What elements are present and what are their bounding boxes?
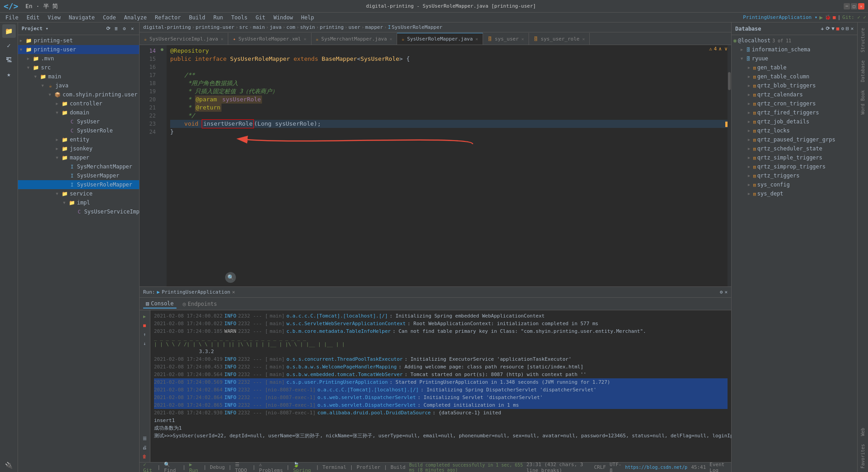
filter-button[interactable]: ☰ (140, 434, 149, 442)
structure-tab[interactable]: Structure (859, 24, 866, 56)
restart-button[interactable]: ▶ (140, 312, 149, 320)
tree-src[interactable]: ▼ 📁 src (18, 63, 139, 72)
scroll-down-button[interactable]: ↓ (140, 339, 149, 347)
commit-icon[interactable]: ✓ (2, 39, 16, 52)
bc-printing[interactable]: printing (320, 24, 344, 30)
tree-impl[interactable]: ▼ 📁 impl (18, 198, 139, 207)
tree-merchantmapper[interactable]: I SysMerchantMapper (18, 162, 139, 171)
sync-icon[interactable]: ⟳ (105, 26, 111, 32)
menu-window[interactable]: Window (270, 14, 296, 22)
structure-icon[interactable]: 🏗 (2, 53, 16, 67)
tree-main[interactable]: ▼ 📁 main (18, 72, 139, 81)
build-status[interactable]: Build (391, 464, 406, 470)
db-add-icon[interactable]: + (821, 26, 824, 32)
db-qrtz-calendars[interactable]: ▶ ▤ qrtz_calendars (732, 90, 857, 99)
db-qrtz-simple[interactable]: ▶ ▤ qrtz_simple_triggers (732, 153, 857, 162)
code-content[interactable]: @Repository public interface SysUserRole… (167, 45, 731, 286)
bc-file[interactable]: SysUserRoleMapper (392, 24, 443, 30)
tree-controller[interactable]: ▶ 📁 controller (18, 99, 139, 108)
tree-printing-user[interactable]: ▼ 📁 printing-user (18, 45, 139, 54)
db-localhost[interactable]: ◉ @localhost 3 of 11 (732, 36, 857, 45)
tree-printing-set[interactable]: ▶ 📁 printing-set (18, 36, 139, 45)
tree-domain[interactable]: ▼ 📁 domain (18, 108, 139, 117)
charset-status[interactable]: UTF-8 (610, 462, 622, 472)
tab-sysuserrolemapper-xml[interactable]: ✦ SysUserRoleMapper.xml ✕ (228, 33, 311, 45)
db-qrtz-blob[interactable]: ▶ ▤ qrtz_blob_triggers (732, 81, 857, 90)
tree-userrolemapper[interactable]: I SysUserRoleMapper (18, 180, 139, 189)
db-cols-icon[interactable]: ⊟ (846, 26, 849, 32)
tree-jsonkey[interactable]: ▶ 📁 jsonkey (18, 144, 139, 153)
bc-printing-user[interactable]: printing-user (196, 24, 235, 30)
scrollbar-thumb[interactable] (728, 72, 731, 90)
menu-refactor[interactable]: Refactor (151, 14, 185, 22)
plugins-icon[interactable]: 🔌 (2, 458, 16, 472)
terminal-status[interactable]: Terminal (322, 464, 346, 470)
close-icon[interactable]: ✕ (724, 289, 728, 295)
tab-sysuserrolemapper[interactable]: ☕ SysUserRoleMapper.java ✕ (397, 33, 483, 45)
project-icon[interactable]: 📁 (2, 24, 16, 38)
db-filter-icon[interactable]: ▼ (832, 26, 835, 32)
spring-status[interactable]: 🍃 Spring (293, 462, 312, 472)
maximize-button[interactable]: □ (851, 3, 857, 9)
db-sys-dept[interactable]: ▶ ▤ sys_dept (732, 189, 857, 198)
bc-digital-printing[interactable]: digital-printing (143, 24, 191, 30)
menu-file[interactable]: File (2, 14, 22, 22)
favorites-icon[interactable]: ★ (2, 68, 16, 81)
bc-mapper[interactable]: mapper (365, 24, 383, 30)
problems-status[interactable]: ⚠ Problems (259, 462, 283, 472)
tree-service[interactable]: ▼ 📁 service (18, 189, 139, 198)
bc-java[interactable]: java (270, 24, 282, 30)
menu-analyze[interactable]: Analyze (120, 14, 150, 22)
db-qrtz-triggers[interactable]: ▶ ▤ qrtz_triggers (732, 171, 857, 180)
tab-close-icon[interactable]: ✕ (521, 36, 524, 41)
db-gen-table[interactable]: ▶ ▤ gen_table (732, 63, 857, 72)
db-qrtz-job[interactable]: ▶ ▤ qrtz_job_details (732, 117, 857, 126)
db-qrtz-scheduler[interactable]: ▶ ▤ qrtz_scheduler_state (732, 144, 857, 153)
db-settings-icon[interactable]: ⚙ (841, 26, 844, 32)
db-stop-icon[interactable]: ■ (836, 26, 840, 32)
close-button[interactable]: ✕ (858, 3, 864, 9)
db-qrtz-paused[interactable]: ▶ ▤ qrtz_paused_trigger_grps (732, 135, 857, 144)
tab-sysmerchantmapper[interactable]: ☕ SysMerchantMapper.java ✕ (312, 33, 398, 45)
db-refresh-icon[interactable]: ⟳ (826, 26, 830, 32)
tree-serviceimpl[interactable]: C SysUserServiceImpl (18, 207, 139, 216)
db-ryuue[interactable]: ▼ 🗄 ryuue (732, 54, 857, 63)
tree-entity[interactable]: ▶ 📁 entity (18, 135, 139, 144)
collapse-icon[interactable]: ≡ (113, 26, 119, 32)
tab-close-icon[interactable]: ✕ (304, 36, 307, 41)
db-information-schema[interactable]: ▶ 🗄 information_schema (732, 45, 857, 54)
database-tab[interactable]: Database (859, 57, 866, 86)
debug-status[interactable]: Debug (210, 464, 225, 470)
endpoints-tab[interactable]: ◎ Endpoints (180, 300, 220, 308)
db-qrtz-locks[interactable]: ▶ ▤ qrtz_locks (732, 126, 857, 135)
tree-usermapper[interactable]: I SysUserMapper (18, 171, 139, 180)
bc-user[interactable]: user (348, 24, 361, 30)
menu-help[interactable]: Help (298, 14, 318, 22)
bc-shyin[interactable]: shyin (300, 24, 315, 30)
tab-close-icon[interactable]: ✕ (221, 36, 223, 41)
debug-button[interactable]: 🐞 (825, 14, 831, 20)
print-button[interactable]: 🖨 (140, 443, 149, 451)
encoding-status[interactable]: CRLF (594, 464, 606, 470)
menu-edit[interactable]: Edit (23, 14, 43, 22)
tab-sys-user-role[interactable]: 🗄 sys_user_role ✕ (529, 33, 590, 45)
menu-build[interactable]: Build (185, 14, 209, 22)
event-log[interactable]: Event Log (710, 462, 728, 472)
close-panel-icon[interactable]: ✕ (129, 26, 136, 32)
tree-sysuser[interactable]: C SysUser (18, 117, 139, 126)
menu-code[interactable]: Code (99, 14, 120, 22)
clear-button[interactable]: 🗑 (140, 452, 149, 460)
favorites-side-tab[interactable]: Favorites (859, 440, 866, 472)
stop-button[interactable]: ■ (140, 321, 149, 329)
title-bar-controls[interactable]: ─ □ ✕ (844, 3, 864, 9)
menu-tools[interactable]: Tools (228, 14, 251, 22)
db-qrtz-fired[interactable]: ▶ ▤ qrtz_fired_triggers (732, 108, 857, 117)
search-icon-button[interactable]: 🔍 (225, 272, 236, 283)
db-qrtz-simprop[interactable]: ▶ ▤ qrtz_simprop_triggers (732, 162, 857, 171)
settings-icon[interactable]: ⚙ (720, 289, 723, 295)
menu-run[interactable]: Run (210, 14, 227, 22)
tree-package[interactable]: ▼ 📦 com.shyin.printing.user (18, 90, 139, 99)
settings-icon[interactable]: ⚙ (121, 26, 127, 32)
run-status[interactable]: ▶ Run (189, 462, 200, 472)
run-button[interactable]: ▶ (819, 14, 823, 21)
